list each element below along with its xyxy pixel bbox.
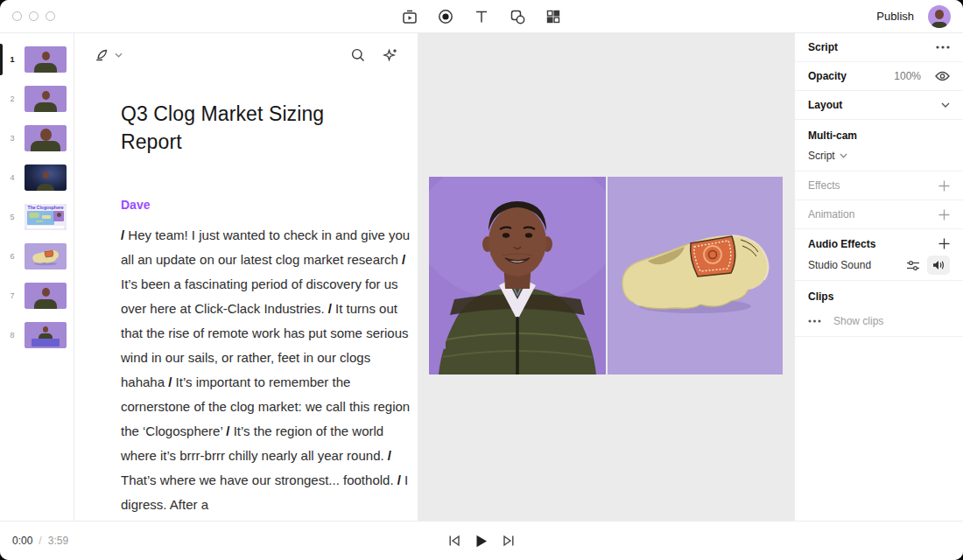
animation-label: Animation <box>808 208 854 220</box>
slide-thumbnail-8[interactable]: 8 <box>0 322 74 348</box>
thumbnail-clog <box>25 243 67 270</box>
inspector-panel: Script Opacity 100% <box>794 33 963 521</box>
show-clips-label: Show clips <box>833 315 883 327</box>
skip-forward-icon[interactable] <box>502 535 516 547</box>
thumbnail-map: The Clogosphere <box>25 204 67 230</box>
chevron-down-icon <box>115 52 123 58</box>
window-expand-button[interactable] <box>46 11 55 21</box>
chevron-down-icon <box>840 153 847 158</box>
text-tool-icon[interactable] <box>473 8 490 25</box>
slide-number: 5 <box>0 213 25 221</box>
play-bar: 0:00 / 3:59 <box>0 521 963 560</box>
add-effects-icon[interactable] <box>938 180 950 192</box>
effects-label: Effects <box>808 179 840 192</box>
slide-number: 6 <box>0 252 25 261</box>
slide-number: 2 <box>0 94 25 103</box>
slide-thumbnail-7[interactable]: 7 <box>0 283 74 309</box>
slide-number: 3 <box>0 134 25 143</box>
time-separator: / <box>39 535 41 547</box>
window-close-button[interactable] <box>12 11 22 21</box>
thumbnail-person <box>25 46 67 73</box>
slide-thumbnail-3[interactable]: 3 <box>0 125 74 151</box>
thumbnail-person <box>25 283 67 309</box>
publish-button[interactable]: Publish <box>876 10 914 23</box>
slide-caption: The Clogosphere <box>25 205 67 210</box>
timecode: 0:00 / 3:59 <box>12 535 68 547</box>
eye-icon[interactable] <box>935 71 950 81</box>
clips-label: Clips <box>808 290 833 303</box>
shapes-icon[interactable] <box>509 8 526 25</box>
layout-label: Layout <box>808 99 842 111</box>
script-panel: Q3 Clog Market Sizing Report Dave / Hey … <box>74 33 418 521</box>
quill-pen-icon <box>94 47 109 63</box>
clips-ellipsis-icon <box>808 319 821 323</box>
audio-effects-label: Audio Effects <box>808 238 875 250</box>
thumbnail-space <box>25 164 67 191</box>
multicam-source-value: Script <box>808 150 835 162</box>
slide-thumbnail-5[interactable]: 5 The Clogosphere <box>0 204 74 230</box>
slide-thumbnail-2[interactable]: 2 <box>0 86 74 112</box>
ai-sparkle-icon[interactable] <box>382 47 398 64</box>
video-preview[interactable] <box>429 177 783 374</box>
studio-sound-settings-icon[interactable] <box>906 260 920 271</box>
slide-thumbnail-6[interactable]: 6 <box>0 243 74 270</box>
script-panel-header <box>74 33 418 77</box>
slide-thumbnail-4[interactable]: 4 <box>0 164 74 191</box>
layout-section-toggle[interactable]: Layout <box>795 91 963 119</box>
window-controls <box>12 11 55 21</box>
toolbar <box>401 8 562 25</box>
opacity-value[interactable]: 100% <box>894 70 921 82</box>
inspector-script-section-label: Script <box>808 41 838 53</box>
canvas[interactable] <box>418 33 794 521</box>
speaker-label[interactable]: Dave <box>121 198 400 212</box>
slide-thumbnail-1[interactable]: 1 <box>0 46 74 73</box>
window-minimize-button[interactable] <box>29 11 39 21</box>
top-bar: Publish <box>0 0 963 33</box>
skip-back-icon[interactable] <box>447 535 461 547</box>
write-mode-dropdown[interactable] <box>94 47 123 63</box>
script-document: Q3 Clog Market Sizing Report Dave / Hey … <box>74 77 418 521</box>
studio-sound-speaker-icon[interactable] <box>927 256 950 275</box>
media-clip-icon[interactable] <box>401 8 418 25</box>
thumbnail-desk <box>25 322 67 348</box>
transcript-text[interactable]: / Hey team! I just wanted to check in an… <box>121 223 411 517</box>
show-clips-button[interactable]: Show clips <box>795 306 963 336</box>
multicam-label: Multi-cam <box>808 130 857 142</box>
add-animation-icon[interactable] <box>938 209 950 220</box>
thumbnail-person <box>25 86 67 112</box>
opacity-label: Opacity <box>808 70 847 82</box>
studio-sound-label: Studio Sound <box>808 259 871 271</box>
slide-rail: 1 2 3 4 5 The Clogosphere 6 7 8 <box>0 33 74 521</box>
current-time: 0:00 <box>12 535 32 547</box>
more-options-icon[interactable] <box>936 46 950 49</box>
video-preview-clog[interactable] <box>608 177 783 374</box>
video-preview-speaker[interactable] <box>429 177 606 374</box>
slide-number: 8 <box>0 331 25 340</box>
thumbnail-person-close <box>25 125 67 151</box>
chevron-down-icon <box>941 102 950 108</box>
document-title[interactable]: Q3 Clog Market Sizing Report <box>121 100 366 156</box>
record-icon[interactable] <box>437 8 454 25</box>
avatar-figure <box>935 10 944 19</box>
user-avatar[interactable] <box>928 5 951 28</box>
slide-number: 7 <box>0 291 25 300</box>
multicam-source-dropdown[interactable]: Script <box>808 150 847 162</box>
total-duration: 3:59 <box>48 535 68 547</box>
play-icon[interactable] <box>475 535 488 548</box>
slide-number: 1 <box>0 55 25 64</box>
layout-grid-icon[interactable] <box>545 8 562 25</box>
app-window: Publish 1 2 3 4 5 The Clogosphere 6 7 8 <box>0 0 963 560</box>
slide-number: 4 <box>0 173 25 182</box>
search-icon[interactable] <box>350 47 366 63</box>
add-audio-effect-icon[interactable] <box>938 238 950 249</box>
